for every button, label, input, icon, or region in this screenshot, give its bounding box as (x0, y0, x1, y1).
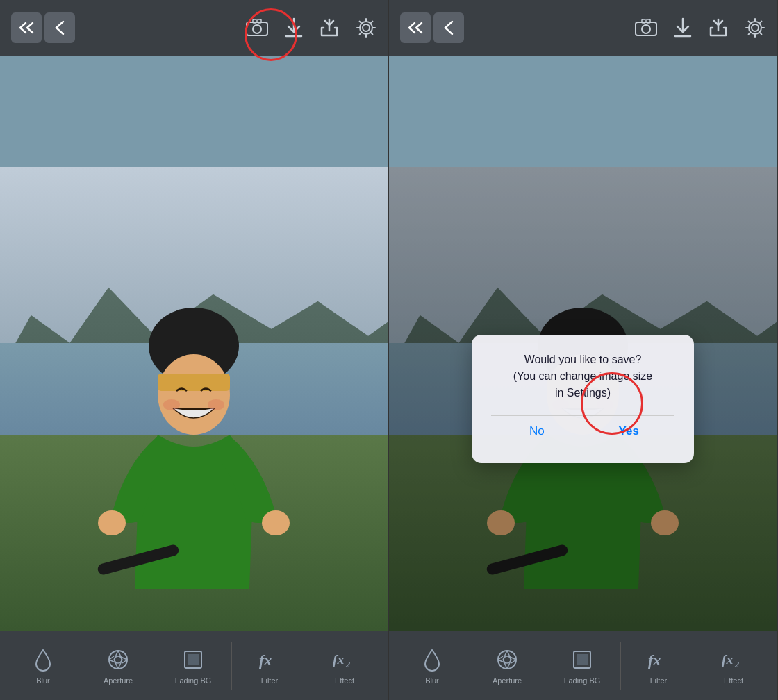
aperture-icon (106, 647, 131, 672)
svg-rect-3 (258, 19, 261, 23)
camera-button[interactable] (246, 19, 268, 37)
left-nav (11, 12, 75, 43)
svg-text:2: 2 (734, 659, 740, 669)
tool-fading-bg-right[interactable]: Fading BG (545, 647, 620, 685)
right-icons (246, 17, 376, 38)
blur-label-right: Blur (425, 676, 439, 685)
svg-rect-60 (577, 654, 588, 665)
svg-text:fx: fx (648, 651, 661, 669)
svg-point-39 (752, 24, 759, 31)
svg-point-1 (253, 25, 261, 33)
effect-label-left: Effect (335, 676, 354, 685)
svg-text:fx: fx (722, 651, 734, 667)
effect-fx2-icon-right: fx 2 (721, 647, 746, 672)
tool-aperture-left[interactable]: Aperture (81, 647, 156, 685)
svg-rect-2 (253, 19, 256, 23)
aperture-label-left: Aperture (104, 676, 133, 685)
right-icons-right (635, 17, 765, 38)
tool-filter-right[interactable]: fx Filter (621, 647, 696, 685)
aperture-label-right: Aperture (493, 676, 522, 685)
back-double-button-right[interactable] (400, 12, 431, 43)
left-bottom-bar: Blur Aperture Fading B (0, 631, 388, 700)
svg-rect-11 (158, 374, 230, 391)
svg-rect-28 (188, 654, 199, 665)
svg-point-40 (749, 22, 761, 34)
left-preview (0, 56, 388, 167)
back-double-button[interactable] (11, 12, 42, 43)
back-button-right[interactable] (433, 12, 464, 43)
drop-icon (31, 647, 56, 672)
save-dialog: Would you like to save? (You can change … (472, 335, 694, 463)
blur-label-left: Blur (36, 676, 50, 685)
left-toolbar (0, 0, 388, 56)
settings-button[interactable] (356, 17, 376, 38)
right-preview (389, 56, 777, 167)
left-landscape (0, 167, 388, 631)
dialog-title: Would you like to save? (You can change … (491, 351, 674, 401)
dialog-buttons: No Yes (491, 415, 674, 447)
filter-fx-icon-right: fx (646, 647, 671, 672)
back-button[interactable] (44, 12, 75, 43)
svg-text:fx: fx (333, 651, 345, 667)
dialog-line1: Would you like to save? (524, 353, 642, 365)
right-nav (400, 12, 464, 43)
dialog-yes-button[interactable]: Yes (584, 416, 675, 447)
download-button[interactable] (285, 17, 303, 38)
dialog-line2: (You can change image size (513, 370, 652, 382)
svg-rect-34 (642, 19, 645, 23)
fading-bg-icon-right (570, 647, 595, 672)
fading-bg-icon-left (181, 647, 206, 672)
dialog-overlay: Would you like to save? (You can change … (389, 167, 777, 631)
svg-point-10 (158, 354, 230, 435)
svg-point-49 (498, 651, 516, 669)
tool-fading-bg-left[interactable]: Fading BG (156, 647, 231, 685)
filter-fx-icon-left: fx (257, 647, 282, 672)
svg-rect-35 (647, 19, 650, 23)
tool-effect-left[interactable]: fx 2 Effect (307, 647, 382, 685)
download-button-right[interactable] (674, 17, 692, 38)
settings-button-right[interactable] (745, 17, 765, 38)
right-panel: Would you like to save? (You can change … (389, 0, 778, 700)
right-photo: Would you like to save? (You can change … (389, 167, 777, 631)
tool-blur-right[interactable]: Blur (395, 647, 470, 685)
camera-button-right[interactable] (635, 19, 657, 37)
fading-bg-label-left: Fading BG (175, 676, 212, 685)
svg-text:2: 2 (345, 659, 351, 669)
svg-point-33 (642, 25, 650, 33)
tool-blur-left[interactable]: Blur (6, 647, 81, 685)
drop-icon-right (420, 647, 445, 672)
fading-bg-label-right: Fading BG (564, 676, 601, 685)
svg-text:fx: fx (259, 651, 272, 669)
share-button-right[interactable] (709, 18, 728, 38)
effect-fx2-icon-left: fx 2 (332, 647, 357, 672)
share-button[interactable] (320, 18, 339, 38)
kid-figure (97, 256, 291, 631)
dialog-no-button[interactable]: No (491, 416, 584, 447)
filter-label-right: Filter (650, 676, 667, 685)
tool-filter-left[interactable]: fx Filter (232, 647, 307, 685)
svg-point-13 (208, 399, 224, 410)
right-bottom-bar: Blur Aperture Fading BG (389, 631, 777, 700)
svg-point-12 (163, 399, 180, 410)
svg-point-8 (360, 22, 372, 34)
svg-point-7 (363, 24, 370, 31)
tool-aperture-right[interactable]: Aperture (470, 647, 545, 685)
effect-label-right: Effect (724, 676, 743, 685)
left-photo (0, 167, 388, 631)
dialog-line3: in Settings) (555, 387, 611, 399)
right-toolbar (389, 0, 777, 56)
svg-point-17 (109, 651, 127, 669)
tool-effect-right[interactable]: fx 2 Effect (696, 647, 771, 685)
svg-point-15 (262, 510, 290, 535)
aperture-icon-right (495, 647, 520, 672)
filter-label-left: Filter (261, 676, 278, 685)
left-panel: Blur Aperture Fading B (0, 0, 389, 700)
svg-point-14 (98, 510, 126, 535)
